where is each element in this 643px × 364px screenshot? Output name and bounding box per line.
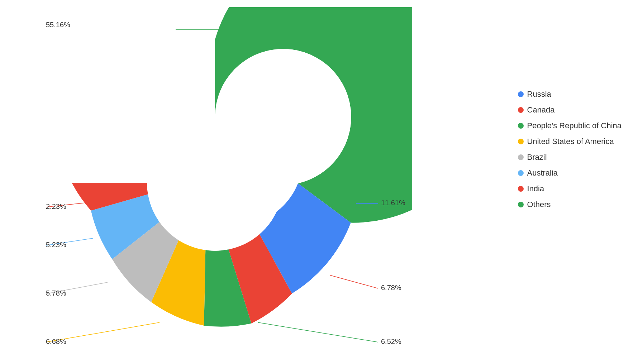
legend-label-canada: Canada (527, 105, 555, 115)
donut-segments (72, 7, 412, 327)
chart-container: 55.16% 11.61% 6.78% 6.52% 6.68% 5.78% (0, 0, 643, 364)
annotation-canada-left: 2.23% (46, 202, 89, 210)
legend-dot-china (518, 123, 524, 129)
annotation-label-others-bottom: 6.52% (381, 337, 401, 345)
legend-dot-russia (518, 91, 524, 97)
annotation-label-brazil: 5.78% (46, 289, 66, 297)
annotation-usa-bottom: 6.68% (46, 322, 159, 345)
legend-label-russia: Russia (527, 90, 551, 99)
legend-dot-australia (518, 170, 524, 176)
chart-legend: Russia Canada People's Republic of China… (518, 90, 621, 209)
legend-item-brazil: Brazil (518, 153, 621, 162)
legend-label-brazil: Brazil (527, 153, 547, 162)
annotation-label-usa: 6.68% (46, 337, 66, 345)
legend-item-australia: Australia (518, 168, 621, 178)
annotation-label-russia: 11.61% (381, 199, 405, 207)
annotation-others-right: 6.52% (258, 322, 401, 345)
legend-label-usa: United States of America (527, 137, 614, 146)
annotation-australia-left: 5.23% (46, 238, 93, 249)
legend-dot-brazil (518, 154, 524, 160)
donut-hole (147, 115, 283, 251)
legend-label-india: India (527, 184, 544, 193)
legend-item-usa: United States of America (518, 137, 621, 146)
svg-line-3 (258, 322, 378, 342)
annotation-label-china: 55.16% (46, 21, 70, 29)
legend-label-australia: Australia (527, 168, 558, 178)
legend-label-others: Others (527, 200, 551, 209)
annotation-label-canada: 2.23% (46, 202, 66, 210)
annotation-label-india: 6.78% (381, 284, 401, 292)
legend-item-russia: Russia (518, 90, 621, 99)
legend-item-others: Others (518, 200, 621, 209)
legend-item-china: People's Republic of China (518, 121, 621, 130)
donut-chart: 55.16% 11.61% 6.78% 6.52% 6.68% 5.78% (18, 7, 412, 358)
annotation-brazil-left: 5.78% (46, 282, 108, 297)
svg-line-2 (330, 275, 378, 288)
legend-dot-india (518, 186, 524, 192)
legend-item-india: India (518, 184, 621, 193)
annotation-china-top: 55.16% (46, 21, 219, 29)
legend-dot-usa (518, 139, 524, 144)
annotation-india-right: 6.78% (330, 275, 401, 292)
annotation-label-australia: 5.23% (46, 241, 66, 249)
legend-item-canada: Canada (518, 105, 621, 115)
legend-dot-others (518, 202, 524, 207)
legend-dot-canada (518, 107, 524, 113)
legend-label-china: People's Republic of China (527, 121, 621, 130)
